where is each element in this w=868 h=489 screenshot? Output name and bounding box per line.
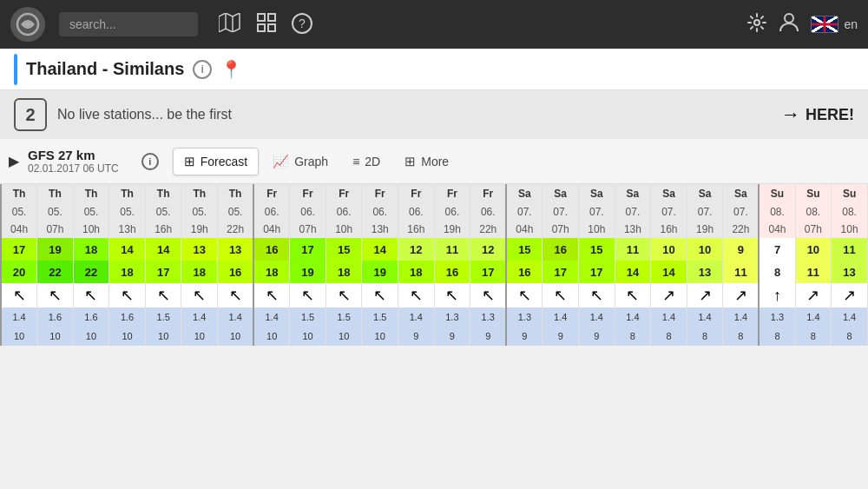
wave-period: 8 xyxy=(759,327,795,346)
location-accent-bar xyxy=(14,54,17,85)
header-date: 05. xyxy=(145,203,181,221)
search-input[interactable]: search... xyxy=(59,12,198,36)
wave-height: 1.4 xyxy=(832,307,868,327)
header-date: 05. xyxy=(37,203,74,221)
wind-direction-arrow: ↖ xyxy=(326,283,362,307)
wind-speed-1: 18 xyxy=(73,238,109,261)
header-hour: 22h xyxy=(723,221,760,238)
location-info-button[interactable]: i xyxy=(193,60,212,79)
wind-speed-1: 16 xyxy=(253,238,290,261)
location-title: Thailand - Similans xyxy=(26,59,184,79)
wind-direction-arrow: ↖ xyxy=(1,283,37,307)
header-date: 05. xyxy=(1,203,37,221)
wind-speed-1: 17 xyxy=(1,238,37,261)
header-date: 06. xyxy=(470,203,507,221)
header-hour: 07h xyxy=(290,221,326,238)
settings-icon[interactable] xyxy=(746,12,767,37)
header-hour: 07h xyxy=(542,221,579,238)
header-day: Sa xyxy=(723,184,760,203)
wind-speed-2: 17 xyxy=(470,261,507,283)
wave-height: 1.3 xyxy=(470,307,507,327)
wind-direction-arrow: ↖ xyxy=(579,283,615,307)
wind-speed-1: 15 xyxy=(326,238,362,261)
info-circle-icon: i xyxy=(141,153,159,170)
wind-direction-arrow: ↖ xyxy=(542,283,579,307)
svg-rect-7 xyxy=(268,24,275,31)
help-icon[interactable]: ? xyxy=(292,13,312,34)
graph-label: Graph xyxy=(294,155,328,169)
header-day: Fr xyxy=(362,184,398,203)
wave-height: 1.4 xyxy=(181,307,218,327)
header-date: 06. xyxy=(253,203,290,221)
wind-speed-1: 15 xyxy=(579,238,615,261)
header-hour: 13h xyxy=(109,221,146,238)
wind-speed-1: 16 xyxy=(542,238,579,261)
wind-speed-2: 16 xyxy=(434,261,470,283)
header-date: 07. xyxy=(687,203,723,221)
graph-button[interactable]: 📈 Graph xyxy=(262,149,339,175)
wave-height: 1.4 xyxy=(1,307,37,327)
logo[interactable] xyxy=(10,7,45,42)
header-hour: 04h xyxy=(759,221,795,238)
wind-direction-arrow: ↖ xyxy=(434,283,470,307)
wind-speed-2: 17 xyxy=(145,261,181,283)
wind-speed-1: 12 xyxy=(470,238,507,261)
here-label: HERE! xyxy=(806,106,854,124)
arrow-icon: → xyxy=(781,103,800,126)
header-hour: 13h xyxy=(615,221,651,238)
map-icon[interactable] xyxy=(219,13,241,36)
wave-height: 1.4 xyxy=(723,307,760,327)
svg-rect-4 xyxy=(258,14,265,21)
forecast-button[interactable]: ⊞ Forecast xyxy=(173,148,259,175)
wave-height: 1.4 xyxy=(398,307,435,327)
header-day: Th xyxy=(218,184,254,203)
header-day: Fr xyxy=(398,184,435,203)
header-hour: 19h xyxy=(181,221,218,238)
wind-speed-2: 20 xyxy=(1,261,37,283)
language-selector[interactable]: en xyxy=(811,16,858,33)
here-cta[interactable]: → HERE! xyxy=(781,103,854,126)
wind-speed-2: 19 xyxy=(290,261,326,283)
header-hour: 10h xyxy=(832,221,868,238)
header-day: Th xyxy=(145,184,181,203)
model-name: GFS 27 km xyxy=(28,148,119,162)
model-arrow: ▶ xyxy=(9,153,19,169)
wind-speed-1: 9 xyxy=(723,238,760,261)
wind-speed-2: 13 xyxy=(687,261,723,283)
wind-speed-2: 13 xyxy=(832,261,868,283)
svg-rect-5 xyxy=(268,14,275,21)
model-date: 02.01.2017 06 UTC xyxy=(28,162,119,175)
wind-speed-2: 17 xyxy=(579,261,615,283)
wind-speed-2: 11 xyxy=(795,261,832,283)
header-day: Th xyxy=(109,184,146,203)
wind-speed-1: 14 xyxy=(109,238,146,261)
header-day: Th xyxy=(37,184,74,203)
header-date: 08. xyxy=(795,203,832,221)
wind-direction-arrow: ↗ xyxy=(832,283,868,307)
wind-speed-1: 17 xyxy=(290,238,326,261)
live-stations-banner: 2 No live stations... be the first → HER… xyxy=(0,90,868,139)
wave-height: 1.4 xyxy=(253,307,290,327)
wave-height: 1.4 xyxy=(795,307,832,327)
wind-speed-2: 17 xyxy=(542,261,579,283)
header-hour: 22h xyxy=(218,221,254,238)
twod-button[interactable]: ≡ 2D xyxy=(342,149,391,174)
forecast-table-wrapper: ThThThThThThThFrFrFrFrFrFrFrSaSaSaSaSaSa… xyxy=(0,184,868,346)
header-day: Sa xyxy=(615,184,651,203)
info-button[interactable]: i xyxy=(131,148,169,175)
location-pin-icon[interactable]: 📍 xyxy=(220,59,242,80)
wind-direction-arrow: ↑ xyxy=(759,283,795,307)
header-day: Sa xyxy=(579,184,615,203)
header-hour: 16h xyxy=(398,221,435,238)
header-day: Sa xyxy=(651,184,687,203)
wave-period: 9 xyxy=(398,327,435,346)
user-icon[interactable] xyxy=(779,12,799,37)
more-button[interactable]: ⊞ More xyxy=(394,149,459,175)
wave-period: 10 xyxy=(326,327,362,346)
live-stations-text: No live stations... be the first xyxy=(57,107,232,122)
wind-direction-arrow: ↖ xyxy=(218,283,254,307)
wave-period: 8 xyxy=(615,327,651,346)
grid-icon[interactable] xyxy=(257,13,276,36)
header-hour: 10h xyxy=(326,221,362,238)
wind-speed-2: 16 xyxy=(218,261,254,283)
